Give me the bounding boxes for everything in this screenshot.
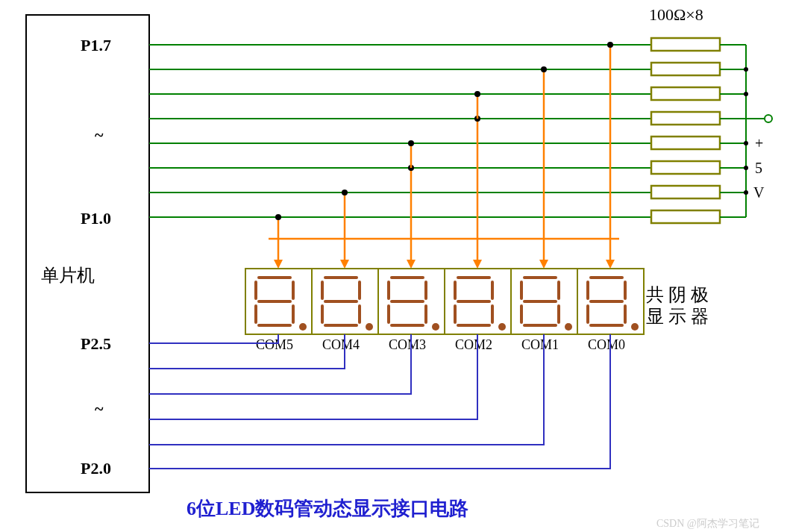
psu-five: 5 [755, 160, 762, 176]
svg-point-33 [275, 214, 281, 220]
svg-marker-51 [407, 260, 416, 269]
mcu-box [26, 15, 149, 492]
label-p25: P2.5 [81, 334, 111, 353]
resistor-out [720, 45, 772, 217]
segment-taps [269, 42, 619, 269]
label-tilde1: ~ [95, 125, 104, 144]
mcu-title: 单片机 [41, 266, 95, 285]
label-p17: P1.7 [81, 36, 111, 54]
svg-point-81 [432, 323, 439, 331]
svg-marker-53 [539, 260, 548, 269]
display-type-1: 共 阴 极 [646, 285, 709, 304]
svg-rect-9 [651, 63, 720, 75]
svg-point-41 [541, 66, 547, 72]
com0-label: COM0 [588, 337, 625, 352]
svg-point-45 [408, 140, 414, 146]
svg-rect-14 [651, 186, 720, 198]
svg-point-27 [744, 141, 748, 145]
svg-point-90 [498, 323, 506, 331]
svg-rect-12 [651, 137, 720, 149]
svg-rect-8 [651, 38, 720, 51]
svg-point-63 [299, 323, 307, 331]
seven-seg-array [245, 269, 644, 334]
circuit-diagram: 单片机 P1.7 ~ P1.0 P2.5 ~ P2.0 100Ω×8 [0, 0, 790, 532]
p1-bus [149, 45, 651, 217]
com2-label: COM2 [455, 337, 492, 352]
com5-label: COM5 [256, 337, 293, 352]
label-tilde2: ~ [95, 399, 104, 418]
svg-point-43 [607, 42, 613, 48]
watermark: CSDN @阿杰学习笔记 [656, 518, 759, 529]
com1-label: COM1 [521, 337, 559, 352]
resistor-label: 100Ω×8 [649, 5, 703, 24]
svg-rect-15 [651, 210, 720, 223]
svg-point-35 [342, 190, 348, 195]
svg-point-72 [366, 323, 373, 331]
diagram-title: 6位LED数码管动态显示接口电路 [186, 498, 468, 519]
resistor-array: 100Ω×8 [649, 5, 720, 223]
label-p20: P2.0 [81, 459, 111, 478]
svg-point-99 [565, 323, 572, 331]
psu-plus: + [755, 135, 763, 151]
svg-rect-11 [651, 112, 720, 125]
com3-label: COM3 [389, 337, 426, 352]
svg-point-26 [744, 92, 748, 96]
svg-point-28 [744, 166, 748, 170]
psu-v: V [753, 184, 765, 201]
svg-marker-49 [274, 260, 283, 269]
svg-rect-13 [651, 161, 720, 174]
svg-point-108 [631, 323, 639, 331]
svg-point-31 [765, 115, 772, 122]
label-p10: P1.0 [81, 209, 111, 228]
p2-bus [149, 334, 610, 469]
svg-rect-10 [651, 87, 720, 100]
svg-marker-52 [473, 260, 482, 269]
svg-marker-50 [340, 260, 349, 269]
com4-label: COM4 [322, 337, 360, 352]
svg-point-25 [744, 67, 748, 72]
svg-point-47 [474, 91, 480, 97]
svg-point-29 [744, 190, 748, 195]
display-type-2: 显 示 器 [646, 307, 709, 326]
svg-marker-54 [606, 260, 615, 269]
